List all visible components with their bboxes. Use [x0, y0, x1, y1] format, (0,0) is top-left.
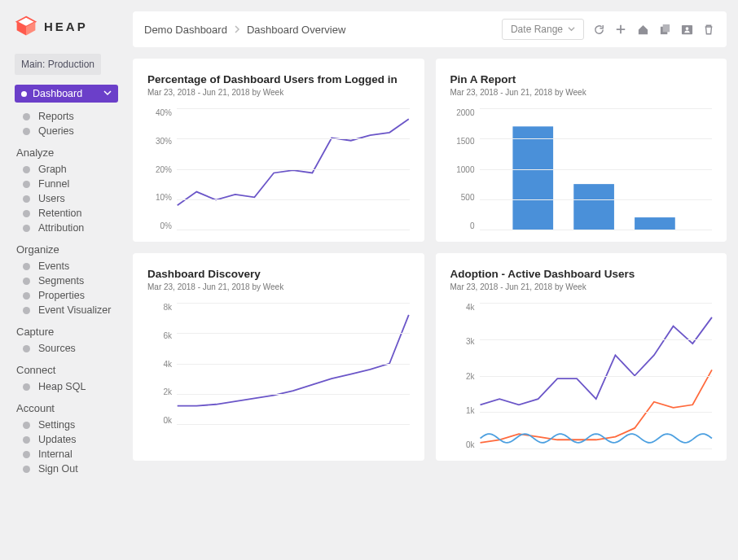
- sidebar-item-label: Updates: [38, 434, 77, 445]
- nav-heading: Connect: [16, 364, 118, 376]
- sidebar-item-dashboard[interactable]: Dashboard: [15, 85, 118, 103]
- sidebar-item-label: Properties: [38, 290, 85, 301]
- sidebar-item-segments[interactable]: Segments: [21, 273, 118, 288]
- card-subtitle: Mar 23, 2018 - Jun 21, 2018 by Week: [147, 88, 410, 97]
- sidebar-item-label: Funnel: [38, 178, 69, 190]
- date-range-selector[interactable]: Date Range: [502, 19, 584, 40]
- card-title: Adoption - Active Dashboard Users: [450, 268, 713, 280]
- chevron-down-icon: [103, 88, 112, 99]
- sidebar-item-label: Attribution: [38, 222, 84, 234]
- copy-icon[interactable]: [658, 23, 671, 36]
- svg-rect-9: [635, 217, 675, 230]
- sidebar-item-internal[interactable]: Internal: [21, 447, 118, 462]
- bullet-icon: [23, 307, 30, 314]
- toolbar-icons: [592, 23, 715, 36]
- card-subtitle: Mar 23, 2018 - Jun 21, 2018 by Week: [450, 88, 713, 97]
- y-tick-label: 8k: [147, 303, 172, 312]
- sidebar-item-label: Internal: [38, 448, 72, 460]
- sidebar-item-attribution[interactable]: Attribution: [21, 221, 118, 235]
- main-content: Demo Dashboard Dashboard Overview Date R…: [126, 0, 738, 560]
- y-tick-label: 4k: [450, 303, 475, 312]
- bullet-icon: [23, 436, 30, 444]
- y-tick-label: 1k: [450, 406, 475, 415]
- y-tick-label: 500: [450, 193, 475, 202]
- y-tick-label: 2k: [450, 372, 475, 381]
- y-tick-label: 2000: [450, 108, 475, 117]
- date-range-label: Date Range: [511, 24, 563, 35]
- topbar: Demo Dashboard Dashboard Overview Date R…: [133, 11, 727, 47]
- svg-rect-4: [662, 24, 669, 31]
- sidebar-item-label: Graph: [38, 164, 67, 175]
- chart-line: 8k6k4k2k0k: [147, 303, 410, 425]
- bullet-icon: [23, 128, 30, 135]
- home-icon[interactable]: [636, 23, 649, 36]
- card-adoption[interactable]: Adoption - Active Dashboard Users Mar 23…: [436, 253, 727, 461]
- refresh-icon[interactable]: [592, 23, 605, 36]
- sidebar-item-event-visualizer[interactable]: Event Visualizer: [21, 303, 118, 317]
- y-tick-label: 0: [450, 221, 475, 230]
- sidebar-item-sign-out[interactable]: Sign Out: [21, 462, 118, 476]
- y-tick-label: 2k: [147, 387, 172, 396]
- card-discovery[interactable]: Dashboard Discovery Mar 23, 2018 - Jun 2…: [133, 253, 424, 461]
- chart-multiline: 4k3k2k1k0k: [450, 303, 713, 449]
- chart-line: 40%30%20%10%0%: [147, 108, 410, 230]
- sidebar: HEAP Main: Production Dashboard ReportsQ…: [0, 0, 126, 560]
- y-tick-label: 40%: [147, 108, 172, 117]
- y-tick-label: 1500: [450, 137, 475, 146]
- heap-cube-icon: [15, 15, 37, 37]
- y-tick-label: 3k: [450, 337, 475, 346]
- card-pin-report[interactable]: Pin A Report Mar 23, 2018 - Jun 21, 2018…: [436, 59, 727, 242]
- bullet-icon: [23, 195, 30, 203]
- bullet-icon: [23, 210, 30, 217]
- card-percentage-users[interactable]: Percentage of Dashboard Users from Logge…: [133, 59, 424, 242]
- sidebar-item-properties[interactable]: Properties: [21, 288, 118, 303]
- trash-icon[interactable]: [702, 23, 715, 36]
- svg-rect-8: [573, 184, 614, 230]
- y-tick-label: 1000: [450, 165, 475, 174]
- user-card-icon[interactable]: [680, 23, 693, 36]
- sidebar-item-settings[interactable]: Settings: [21, 418, 118, 432]
- brand-logo[interactable]: HEAP: [15, 15, 118, 37]
- bullet-icon: [23, 422, 30, 429]
- nav-heading: Account: [16, 402, 118, 414]
- sidebar-item-funnel[interactable]: Funnel: [21, 177, 118, 191]
- svg-rect-7: [512, 126, 553, 230]
- sidebar-item-label: Heap SQL: [38, 381, 86, 392]
- chart-bar: 2000150010005000: [450, 108, 713, 230]
- environment-badge[interactable]: Main: Production: [15, 54, 101, 75]
- sidebar-item-label: Events: [38, 260, 69, 272]
- sidebar-item-label: Event Visualizer: [38, 304, 111, 316]
- y-tick-label: 6k: [147, 331, 172, 340]
- sidebar-item-reports[interactable]: Reports: [21, 109, 118, 124]
- breadcrumb-item[interactable]: Demo Dashboard: [144, 24, 227, 36]
- card-subtitle: Mar 23, 2018 - Jun 21, 2018 by Week: [147, 282, 410, 291]
- bullet-icon: [23, 466, 30, 473]
- sidebar-item-label: Retention: [38, 208, 82, 219]
- sidebar-item-graph[interactable]: Graph: [21, 162, 118, 177]
- active-dot-icon: [21, 91, 27, 97]
- bullet-icon: [23, 292, 30, 300]
- y-tick-label: 0%: [147, 221, 172, 230]
- svg-point-6: [685, 27, 688, 30]
- breadcrumb: Demo Dashboard Dashboard Overview: [144, 24, 345, 36]
- breadcrumb-item[interactable]: Dashboard Overview: [247, 24, 345, 36]
- nav-heading: Organize: [16, 243, 118, 256]
- y-tick-label: 0k: [450, 440, 475, 449]
- sidebar-item-heap-sql[interactable]: Heap SQL: [21, 379, 118, 394]
- bullet-icon: [23, 345, 30, 352]
- bullet-icon: [23, 383, 30, 391]
- sidebar-item-queries[interactable]: Queries: [21, 124, 118, 138]
- sidebar-item-label: Reports: [38, 111, 74, 122]
- sidebar-item-label: Sources: [38, 343, 76, 354]
- nav-heading: Analyze: [16, 147, 118, 159]
- plus-icon[interactable]: [614, 23, 627, 36]
- sidebar-item-events[interactable]: Events: [21, 259, 118, 273]
- brand-text: HEAP: [44, 20, 88, 33]
- chevron-right-icon: [234, 24, 240, 36]
- sidebar-item-sources[interactable]: Sources: [21, 341, 118, 356]
- sidebar-item-users[interactable]: Users: [21, 191, 118, 206]
- y-tick-label: 30%: [147, 137, 172, 146]
- sidebar-item-retention[interactable]: Retention: [21, 206, 118, 221]
- sidebar-item-updates[interactable]: Updates: [21, 432, 118, 447]
- card-title: Dashboard Discovery: [147, 268, 410, 280]
